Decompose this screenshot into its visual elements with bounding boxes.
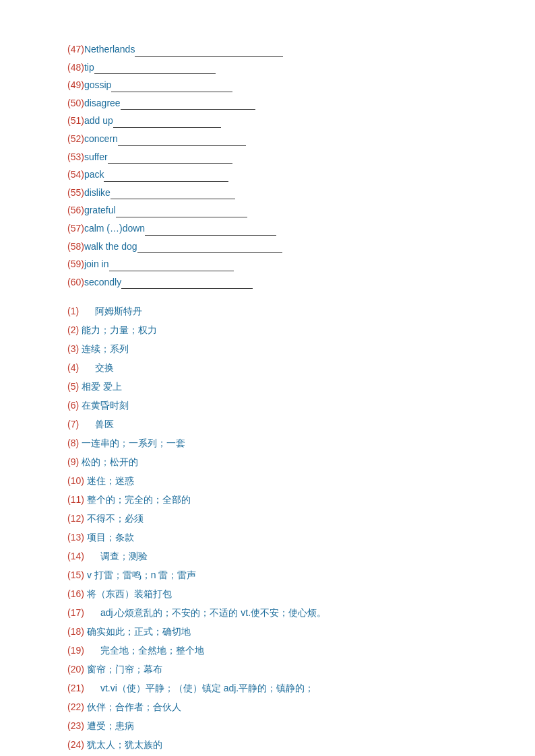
answer-number: (8): [67, 438, 79, 448]
fill-blank-item: (50)disagree: [67, 94, 481, 112]
item-number: (50): [67, 98, 84, 108]
answer-text: 项目；条款: [87, 532, 134, 543]
answer-text: 窗帘；门帘；幕布: [87, 664, 162, 675]
item-word: suffer: [84, 151, 108, 162]
item-word: pack: [84, 169, 104, 180]
fill-line: [121, 109, 255, 110]
item-number: (52): [67, 133, 84, 144]
fill-blank-item: (55)dislike: [67, 184, 481, 202]
answer-text: v 打雷；雷鸣；n 雷；雷声: [87, 570, 197, 580]
answer-item: (15)v 打雷；雷鸣；n 雷；雷声: [67, 565, 481, 584]
answer-number: (23): [67, 720, 84, 731]
answer-item: (11)整个的；完全的；全部的: [67, 490, 481, 509]
fill-blank-item: (52)concern: [67, 130, 481, 148]
answer-text: 迷住；迷惑: [87, 475, 134, 486]
answer-item: (14)调查；测验: [67, 547, 481, 565]
item-number: (47): [67, 44, 84, 55]
answer-item: (24)犹太人；犹太族的: [67, 735, 481, 754]
answer-text: 不得不；必须: [87, 513, 144, 524]
item-number: (53): [67, 151, 84, 162]
answer-number: (12): [67, 513, 84, 524]
answer-number: (17): [67, 607, 84, 618]
fill-blank-item: (53)suffer: [67, 148, 481, 166]
answer-number: (14): [67, 551, 84, 561]
answer-item: (17)adj.心烦意乱的；不安的；不适的 vt.使不安；使心烦。: [67, 603, 481, 622]
fill-blank-item: (56)grateful: [67, 201, 481, 219]
answer-item: (4)交换: [67, 358, 481, 377]
answer-number: (1): [67, 306, 79, 316]
answer-number: (21): [67, 683, 84, 693]
answer-item: (7)兽医: [67, 415, 481, 434]
fill-line: [113, 127, 221, 128]
item-number: (51): [67, 115, 84, 126]
answer-number: (19): [67, 645, 84, 656]
answer-item: (9)松的；松开的: [67, 452, 481, 471]
answer-text: 阿姆斯特丹: [95, 306, 142, 316]
answer-text: 连续；系列: [82, 343, 129, 354]
fill-line: [116, 217, 247, 217]
fill-blank-item: (51)add up: [67, 112, 481, 130]
answer-text: 遭受；患病: [87, 720, 134, 731]
answer-text: 在黄昏时刻: [82, 400, 129, 411]
fill-blank-item: (60)secondly: [67, 273, 481, 291]
answer-item: (21)vt.vi（使）平静；（使）镇定 adj.平静的；镇静的；: [67, 679, 481, 697]
fill-blank-item: (48)tip: [67, 59, 481, 77]
fill-line: [118, 145, 246, 146]
fill-blank-item: (54)pack: [67, 166, 481, 184]
fill-line: [104, 181, 228, 182]
answer-text: 相爱 爱上: [82, 381, 122, 392]
answer-text: 犹太人；犹太族的: [87, 739, 162, 750]
answer-text: 能力；力量；权力: [82, 324, 157, 335]
answer-item: (20)窗帘；门帘；幕布: [67, 660, 481, 679]
answer-text: 松的；松开的: [82, 456, 138, 467]
item-number: (55): [67, 187, 84, 198]
answer-text: 确实如此；正式；确切地: [87, 626, 191, 637]
answer-number: (3): [67, 343, 79, 354]
answer-item: (1)阿姆斯特丹: [67, 302, 481, 320]
answer-number: (24): [67, 739, 84, 750]
answer-text: 整个的；完全的；全部的: [87, 494, 191, 505]
answer-number: (2): [67, 324, 79, 335]
item-word: dislike: [84, 187, 111, 198]
item-number: (54): [67, 169, 84, 180]
fill-blank-item: (59)join in: [67, 255, 481, 273]
item-word: secondly: [84, 277, 121, 287]
item-word: gossip: [84, 79, 111, 90]
item-number: (60): [67, 277, 84, 287]
answer-text: 交换: [95, 362, 114, 373]
fill-line: [135, 56, 283, 57]
item-word: tip: [84, 62, 94, 73]
fill-line: [94, 73, 216, 74]
fill-blank-item: (49)gossip: [67, 76, 481, 94]
answer-number: (16): [67, 588, 84, 599]
answer-item: (13)项目；条款: [67, 528, 481, 547]
fill-line: [137, 252, 282, 253]
answer-number: (11): [67, 494, 84, 505]
item-number: (58): [67, 241, 84, 252]
fill-blank-item: (57)calm (…)down: [67, 219, 481, 238]
answer-text: 完全地；全然地；整个地: [100, 645, 204, 656]
fill-line: [111, 92, 232, 92]
fill-line: [121, 288, 253, 289]
answer-item: (6)在黄昏时刻: [67, 396, 481, 415]
answer-item: (10)迷住；迷惑: [67, 471, 481, 490]
answer-item: (16)将（东西）装箱打包: [67, 584, 481, 603]
answer-number: (13): [67, 532, 84, 543]
item-word: join in: [84, 259, 109, 269]
answer-number: (4): [67, 362, 79, 373]
answer-item: (18)确实如此；正式；确切地: [67, 622, 481, 641]
answer-number: (22): [67, 701, 84, 712]
answer-item: (19)完全地；全然地；整个地: [67, 641, 481, 660]
item-word: calm (…)down: [84, 223, 145, 234]
fill-line: [111, 199, 235, 199]
answer-item: (3)连续；系列: [67, 339, 481, 358]
item-number: (59): [67, 259, 84, 269]
item-word: grateful: [84, 205, 116, 215]
fill-blank-item: (58)walk the dog: [67, 238, 481, 256]
answer-number: (9): [67, 456, 79, 467]
answer-text: 将（东西）装箱打包: [87, 588, 172, 599]
item-word: disagree: [84, 98, 121, 108]
answer-text: 一连串的；一系列；一套: [82, 438, 185, 448]
answer-text: 调查；测验: [100, 551, 148, 561]
item-number: (57): [67, 223, 84, 234]
